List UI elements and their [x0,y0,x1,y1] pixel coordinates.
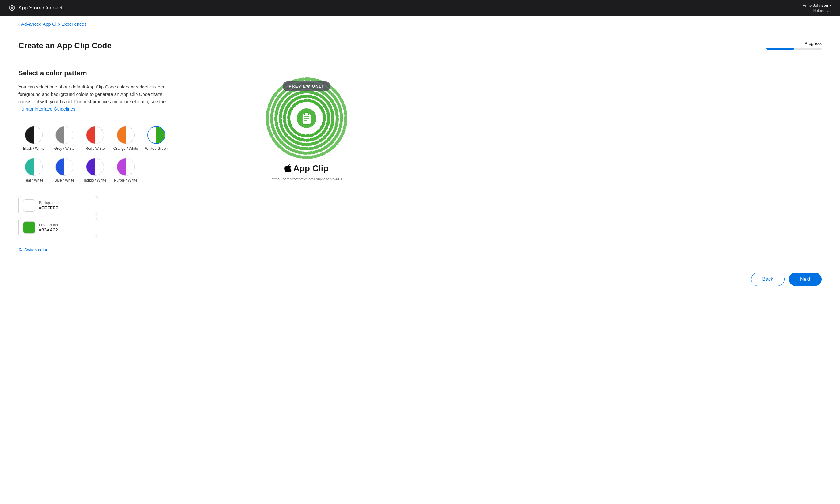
left-panel: Select a color pattern You can select on… [18,69,233,254]
next-button[interactable]: Next [789,272,822,286]
svg-rect-8 [305,113,309,115]
footer-bar: Back Next [0,266,840,292]
background-swatch [23,199,35,212]
color-right-grey-white [64,126,73,144]
foreground-label: Foreground [39,223,58,227]
foreground-info: Foreground #33AA22 [39,223,58,232]
color-left-grey-white [56,126,64,144]
color-left-white-green [148,127,156,143]
color-circle-orange-white [117,126,135,144]
color-label-orange-white: Orange / White [114,146,138,151]
progress-section: Progress [767,41,822,50]
color-option-purple-white[interactable]: Purple / White [110,156,141,185]
background-info: Background #FFFFFF [39,201,58,210]
color-option-blue-white[interactable]: Blue / White [49,156,80,185]
foreground-swatch [23,221,35,234]
foreground-input-row[interactable]: Foreground #33AA22 [18,218,98,237]
progress-bar-container [767,48,822,50]
user-info: Anne Johnson ▾ Nature Lab [803,3,832,14]
color-option-orange-white[interactable]: Orange / White [110,124,141,153]
color-circle-red-white [86,126,104,144]
page-title: Create an App Clip Code [18,41,112,51]
color-circle-teal-white [25,158,42,176]
foreground-value[interactable]: #33AA22 [39,227,58,232]
preview-badge: PREVIEW ONLY [282,82,330,91]
svg-rect-7 [302,114,311,124]
color-option-white-green[interactable]: White / Green [141,124,172,153]
preview-url: https://camp.forestexplorer.org/reserve/… [272,177,342,181]
progress-bar-fill [767,48,794,50]
color-grid: Black / WhiteGrey / WhiteRed / WhiteOran… [18,124,233,185]
background-value[interactable]: #FFFFFF [39,205,58,210]
color-right-blue-white [64,158,73,176]
color-circle-white-green [148,126,165,144]
color-right-black-white [34,126,42,144]
color-right-teal-white [34,158,42,176]
color-label-white-green: White / Green [145,146,168,151]
color-option-teal-white[interactable]: Teal / White [18,156,49,185]
color-right-red-white [95,126,104,144]
user-name[interactable]: Anne Johnson ▾ [803,3,832,8]
color-right-indigo-white [95,158,104,176]
preview-wrapper: PREVIEW ONLY [258,75,356,161]
topbar: App Store Connect Anne Johnson ▾ Nature … [0,0,840,16]
progress-label: Progress [804,41,822,46]
page-header: Create an App Clip Code Progress [0,33,840,57]
color-left-red-white [86,126,95,144]
color-label-teal-white: Teal / White [24,178,44,182]
color-left-orange-white [117,126,126,144]
color-option-indigo-white[interactable]: Indigo / White [80,156,110,185]
color-label-grey-white: Grey / White [54,146,75,151]
color-right-white-green [156,127,165,143]
color-label-black-white: Black / White [23,146,45,151]
color-circle-grey-white [55,126,73,144]
switch-label: Switch colors [24,247,49,252]
hig-link[interactable]: Human Interface Guidelines [18,106,75,111]
color-right-orange-white [126,126,134,144]
color-left-teal-white [25,158,34,176]
back-button[interactable]: Back [751,272,785,286]
color-circle-purple-white [117,158,135,176]
color-circle-black-white [25,126,42,144]
breadcrumb-label: Advanced App Clip Experiences [21,21,86,26]
app-store-connect-logo: App Store Connect [8,5,63,11]
switch-icon: ⇅ [18,247,22,253]
color-circle-blue-white [55,158,73,176]
breadcrumb-chevron: ‹ [18,21,20,26]
color-option-red-white[interactable]: Red / White [80,124,110,153]
color-circle-indigo-white [86,158,104,176]
background-label: Background [39,201,58,205]
logo-icon [8,5,15,11]
color-option-black-white[interactable]: Black / White [18,124,49,153]
color-left-black-white [25,126,34,144]
section-title: Select a color pattern [18,69,233,77]
color-left-indigo-white [86,158,95,176]
color-left-purple-white [117,158,126,176]
color-label-indigo-white: Indigo / White [84,178,106,182]
custom-color-section: Background #FFFFFF Foreground #33AA22 [18,196,233,237]
color-option-grey-white[interactable]: Grey / White [49,124,80,153]
app-name: App Store Connect [18,5,63,11]
breadcrumb-link[interactable]: ‹ Advanced App Clip Experiences [18,21,822,26]
color-label-purple-white: Purple / White [114,178,137,182]
content-area: Select a color pattern You can select on… [0,57,840,266]
switch-colors-button[interactable]: ⇅ Switch colors [18,246,49,254]
right-panel: PREVIEW ONLY [251,69,362,254]
breadcrumb-bar: ‹ Advanced App Clip Experiences [0,16,840,33]
background-input-row[interactable]: Background #FFFFFF [18,196,98,215]
main-container: ‹ Advanced App Clip Experiences Create a… [0,16,840,504]
description: You can select one of our default App Cl… [18,83,178,113]
color-right-purple-white [126,158,134,176]
user-org: Nature Lab [803,8,832,14]
color-left-blue-white [56,158,64,176]
color-label-blue-white: Blue / White [55,178,74,182]
color-label-red-white: Red / White [86,146,105,151]
apple-icon [285,164,292,173]
app-clip-label: App Clip [285,163,328,173]
